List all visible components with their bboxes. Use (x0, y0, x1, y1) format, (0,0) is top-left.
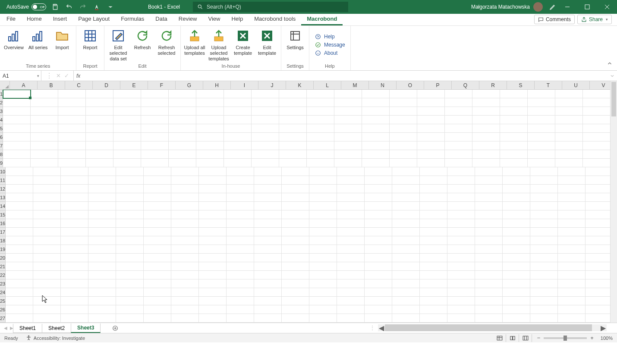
cell[interactable] (392, 271, 420, 279)
cell[interactable] (392, 202, 420, 210)
cell[interactable] (530, 297, 558, 305)
cell[interactable] (113, 133, 141, 141)
cell[interactable] (586, 297, 610, 305)
cell[interactable] (31, 141, 58, 150)
cell[interactable] (224, 90, 252, 98)
cell[interactable] (141, 116, 169, 124)
cell[interactable] (530, 271, 558, 279)
cell[interactable] (420, 279, 447, 288)
column-header[interactable]: L (314, 81, 341, 89)
cell[interactable] (144, 314, 171, 323)
cell[interactable] (116, 236, 144, 245)
cell[interactable] (58, 98, 86, 107)
cell[interactable] (558, 202, 586, 210)
create-template-button[interactable]: Create template (231, 27, 255, 63)
cell[interactable] (475, 236, 503, 245)
cell[interactable] (141, 107, 169, 116)
cell[interactable] (88, 305, 116, 314)
cell[interactable] (282, 236, 309, 245)
cell[interactable] (309, 288, 337, 297)
row-header[interactable]: 24 (0, 288, 6, 297)
cell[interactable] (88, 176, 116, 185)
cell[interactable] (365, 228, 392, 236)
cell[interactable] (447, 219, 475, 228)
cell[interactable] (586, 236, 610, 245)
row-header[interactable]: 8 (0, 150, 3, 159)
cell[interactable] (6, 185, 33, 193)
column-header[interactable]: R (479, 81, 507, 89)
cell[interactable] (420, 202, 447, 210)
column-header[interactable]: Q (452, 81, 479, 89)
cell[interactable] (447, 288, 475, 297)
cell[interactable] (309, 245, 337, 254)
cell[interactable] (555, 150, 583, 159)
cell[interactable] (33, 193, 61, 202)
cell[interactable] (33, 167, 61, 176)
cell[interactable] (472, 150, 500, 159)
cell[interactable] (558, 185, 586, 193)
cell[interactable] (475, 262, 503, 271)
column-header[interactable]: T (535, 81, 562, 89)
cell[interactable] (196, 124, 224, 133)
cell[interactable] (227, 297, 254, 305)
cell[interactable] (447, 305, 475, 314)
cell[interactable] (141, 98, 169, 107)
formula-input[interactable] (83, 71, 608, 81)
cell[interactable] (503, 305, 530, 314)
cell[interactable] (141, 124, 169, 133)
zoom-out-icon[interactable]: − (537, 335, 541, 341)
cell[interactable] (392, 167, 420, 176)
add-sheet-button[interactable] (109, 325, 122, 331)
cell[interactable] (282, 185, 309, 193)
cell[interactable] (144, 185, 171, 193)
cell[interactable] (144, 176, 171, 185)
cell[interactable] (227, 305, 254, 314)
cell[interactable] (199, 271, 227, 279)
cell[interactable] (88, 245, 116, 254)
column-header[interactable]: O (397, 81, 424, 89)
cell[interactable] (365, 193, 392, 202)
cell[interactable] (88, 228, 116, 236)
cell[interactable] (309, 167, 337, 176)
cell[interactable] (365, 210, 392, 219)
cell[interactable] (144, 254, 171, 262)
cell[interactable] (390, 141, 417, 150)
cell[interactable] (365, 297, 392, 305)
cell[interactable] (224, 150, 252, 159)
cell[interactable] (586, 176, 610, 185)
sheet-tab[interactable]: Sheet3 (71, 323, 101, 333)
cell[interactable] (503, 219, 530, 228)
row-header[interactable]: 7 (0, 141, 3, 150)
cell[interactable] (307, 133, 334, 141)
cell[interactable] (171, 297, 199, 305)
cell[interactable] (337, 210, 365, 219)
cell[interactable] (33, 210, 61, 219)
cell[interactable] (555, 133, 583, 141)
zoom-slider[interactable] (544, 337, 587, 339)
cell[interactable] (279, 124, 307, 133)
cell[interactable] (88, 167, 116, 176)
cell[interactable] (365, 254, 392, 262)
cell[interactable] (224, 98, 252, 107)
tab-macrobond[interactable]: Macrobond (301, 13, 343, 25)
cell[interactable] (390, 150, 417, 159)
cell[interactable] (252, 141, 279, 150)
cell[interactable] (365, 167, 392, 176)
cell[interactable] (503, 210, 530, 219)
cell[interactable] (528, 133, 555, 141)
cell[interactable] (337, 193, 365, 202)
cell[interactable] (144, 245, 171, 254)
cell[interactable] (337, 271, 365, 279)
cell[interactable] (337, 314, 365, 323)
cell[interactable] (3, 124, 31, 133)
cell[interactable] (445, 159, 472, 167)
cell[interactable] (558, 305, 586, 314)
cell[interactable] (503, 262, 530, 271)
cell[interactable] (392, 176, 420, 185)
cell[interactable] (282, 262, 309, 271)
cell[interactable] (254, 279, 282, 288)
cell[interactable] (33, 288, 61, 297)
cell[interactable] (362, 124, 390, 133)
cell[interactable] (227, 193, 254, 202)
cell[interactable] (279, 133, 307, 141)
